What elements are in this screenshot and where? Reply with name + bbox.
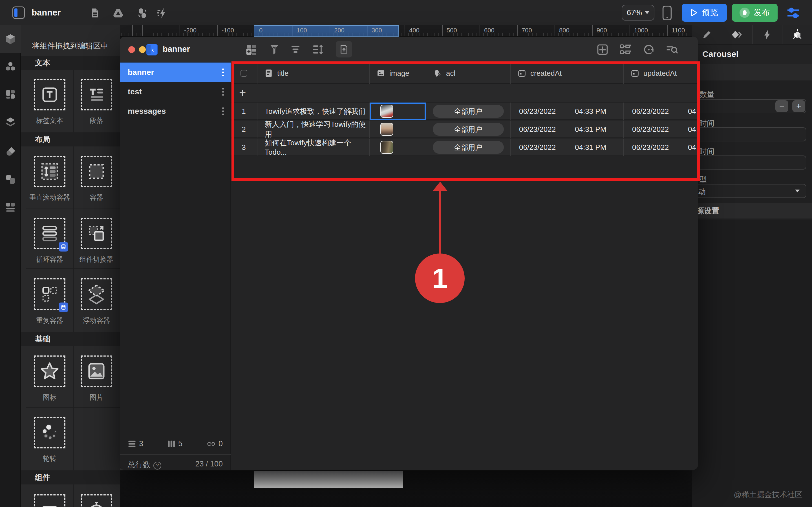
palette-item-label-text[interactable] — [34, 79, 65, 110]
publish-button[interactable]: 发布 — [732, 4, 777, 22]
rail-tab-blocks[interactable] — [0, 53, 21, 80]
annotation-step-number: 1 — [432, 262, 448, 295]
collection-item-banner[interactable]: banner — [120, 62, 231, 82]
palette-item-label: 图片 — [73, 393, 120, 402]
zoom-dropdown[interactable]: 67% — [622, 5, 654, 20]
section-layout: 布局 — [21, 132, 120, 147]
grid-view-icon[interactable] — [596, 43, 609, 56]
device-phone-icon[interactable] — [662, 5, 672, 21]
tab-actions[interactable] — [753, 25, 783, 44]
palette-item-label: 重复容器 — [26, 316, 73, 325]
towify-logo-icon — [12, 6, 25, 19]
relations-icon[interactable] — [619, 43, 632, 55]
stopwatch-icon — [87, 500, 106, 507]
columns-icon — [167, 440, 175, 448]
time-input-1[interactable] — [694, 127, 806, 142]
cube-icon — [4, 33, 16, 45]
rail-tab-lists[interactable] — [0, 193, 21, 221]
row-height-icon[interactable] — [312, 43, 324, 56]
inspector-subheader — [692, 64, 812, 81]
ruler-label: -200 — [184, 27, 197, 34]
total-rows-label: 总行数? — [128, 460, 161, 470]
rail-tab-components[interactable] — [0, 25, 21, 53]
palette-item-loop-container[interactable] — [34, 218, 65, 249]
right-inspector-panel: Carousel 数量 − + 时间 时间 型 动 源设置 — [692, 25, 812, 507]
export-icon[interactable] — [336, 41, 352, 57]
container-icon — [86, 161, 107, 182]
picture-icon — [87, 361, 106, 381]
palette-item-carousel[interactable] — [34, 417, 65, 448]
filter-icon[interactable] — [268, 43, 280, 56]
palette-item-label: 轮转 — [26, 454, 73, 463]
rail-tab-layers[interactable] — [0, 108, 21, 136]
preview-button[interactable]: 预览 — [682, 4, 727, 22]
palette-item-label: 浮动容器 — [73, 316, 120, 325]
rail-tab-layouts[interactable] — [0, 80, 21, 108]
type-select[interactable]: 动 — [694, 184, 806, 198]
ruler-label: 200 — [334, 27, 345, 34]
increment-button[interactable]: + — [792, 100, 805, 112]
palette-item-button-partial[interactable] — [34, 494, 65, 507]
ruler-label: 700 — [522, 27, 532, 34]
layout-tiles-icon — [5, 89, 16, 100]
close-button[interactable] — [128, 46, 135, 53]
tab-layers[interactable] — [722, 25, 753, 44]
palette-item-container[interactable] — [81, 156, 112, 187]
ruler-label: 100 — [297, 27, 307, 34]
automation-bolt-icon[interactable] — [157, 8, 168, 19]
kebab-menu-icon[interactable] — [222, 68, 224, 76]
palette-item-vscroll-container[interactable] — [34, 156, 65, 187]
assets-icon[interactable] — [137, 8, 148, 19]
vertical-scroll-icon — [40, 161, 60, 182]
refresh-icon[interactable] — [643, 43, 655, 56]
link-count: 0 — [207, 439, 223, 448]
palette-item-label: 标签文本 — [26, 116, 73, 125]
ruler-label: 900 — [597, 27, 607, 34]
palette-item-label: 容器 — [73, 193, 120, 202]
sort-icon[interactable] — [290, 43, 301, 55]
add-field-icon[interactable] — [245, 43, 258, 56]
palette-item-component-switcher[interactable] — [81, 218, 112, 249]
tab-data[interactable] — [782, 25, 812, 44]
publish-label: 发布 — [754, 7, 770, 18]
palette-item-paragraph[interactable] — [81, 79, 112, 110]
repeat-container-icon — [40, 284, 59, 304]
palette-item-timer-partial[interactable] — [81, 494, 112, 507]
brush-icon — [5, 146, 16, 158]
sheet-icon[interactable] — [90, 8, 100, 18]
source-settings-section: 源设置 — [692, 203, 812, 219]
collections-panel: banner test messages 3 — [120, 62, 231, 470]
ruler-label: 300 — [371, 27, 382, 34]
collection-item-test[interactable]: test — [120, 82, 231, 101]
watermark: @稀土掘金技术社区 — [734, 490, 802, 500]
palette-item-icon[interactable] — [34, 355, 65, 387]
quantity-stepper[interactable]: − + — [694, 99, 806, 113]
time-input-2[interactable] — [694, 156, 806, 170]
palette-item-image[interactable] — [81, 355, 112, 387]
section-text: 文本 — [21, 56, 120, 70]
layers-icon — [4, 116, 16, 128]
horizontal-ruler[interactable]: -200 -100 0 100 200 300 400 500 600 700 … — [120, 25, 692, 37]
search-list-icon[interactable] — [666, 43, 679, 55]
rail-tab-styles[interactable] — [0, 138, 21, 166]
palette-item-label: 循环容器 — [26, 255, 73, 264]
rotate-dots-icon — [39, 421, 61, 444]
drive-icon[interactable] — [112, 8, 124, 18]
collection-name: banner — [128, 68, 154, 77]
collection-status-bar: 3 5 0 总行数? 23 / 100 — [120, 437, 231, 470]
rail-tab-widgets[interactable] — [0, 166, 21, 193]
palette-item-label: 图标 — [26, 393, 73, 402]
play-icon — [691, 9, 698, 17]
settings-sliders-icon[interactable] — [786, 7, 800, 19]
collection-item-messages[interactable]: messages — [120, 101, 231, 121]
decrement-button[interactable]: − — [775, 100, 788, 112]
kebab-menu-icon[interactable] — [222, 88, 224, 96]
help-icon[interactable]: ? — [153, 462, 161, 469]
palette-item-repeat-container[interactable] — [34, 278, 65, 310]
ruler-label: 1000 — [634, 27, 648, 34]
ruler-label: 500 — [447, 27, 457, 34]
palette-item-float-container[interactable] — [81, 278, 112, 310]
collection-name: messages — [128, 107, 166, 116]
kebab-menu-icon[interactable] — [222, 107, 224, 115]
minimize-button[interactable] — [139, 46, 146, 53]
